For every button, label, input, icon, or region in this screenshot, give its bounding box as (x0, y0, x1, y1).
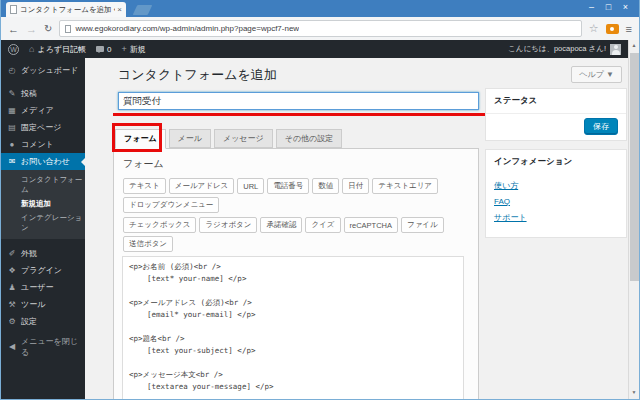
comments-icon: ● (7, 140, 17, 149)
tab-mail[interactable]: メール (169, 129, 211, 148)
browser-tab[interactable]: コンタクトフォームを追加 ‹ よろ × (6, 2, 126, 17)
close-button[interactable]: × (617, 1, 634, 14)
pages-icon: ▤ (7, 123, 17, 132)
collapse-arrow-icon: ◀ (7, 342, 17, 351)
wordpress-logo-icon[interactable]: W (8, 44, 19, 55)
link-support[interactable]: サポート (494, 212, 618, 223)
sidebar-item-posts[interactable]: ✎ 投稿 (1, 85, 85, 102)
tag-button-number[interactable]: 数値 (312, 178, 339, 194)
tag-button-radio[interactable]: ラジオボタン (199, 217, 257, 233)
form-panel-label: フォーム (123, 157, 470, 171)
window-controls: – □ × (583, 1, 634, 14)
tag-button-text[interactable]: テキスト (123, 178, 166, 194)
tag-button-date[interactable]: 日付 (342, 178, 369, 194)
tag-button-file[interactable]: ファイル (401, 217, 444, 233)
home-icon: ⌂ (29, 44, 34, 54)
sidebar-item-label: メニューを閉じる (21, 336, 85, 358)
submenu-item-add-new[interactable]: 新規追加 (1, 197, 85, 211)
tag-button-acceptance[interactable]: 承諾確認 (260, 217, 302, 233)
save-button[interactable]: 保存 (584, 118, 618, 135)
page-scrollbar[interactable]: ▲ ▼ (628, 40, 639, 399)
tab-messages[interactable]: メッセージ (214, 129, 273, 148)
main-content: ヘルプ ▼ コンタクトフォームを追加 フォーム メール メッセージ その他の設定… (85, 58, 628, 399)
help-button[interactable]: ヘルプ ▼ (571, 66, 622, 83)
submenu-item-contact-forms[interactable]: コンタクトフォーム (1, 173, 85, 197)
right-column: ステータス 保存 インフォメーション 使い方 FAQ サポート (485, 88, 627, 246)
adminbar-account[interactable]: こんにちは、pocapoca さん! (508, 44, 621, 55)
adminbar-new[interactable]: + 新規 (121, 44, 145, 55)
sidebar-item-settings[interactable]: ⚙ 設定 (1, 313, 85, 330)
tag-button-tel[interactable]: 電話番号 (267, 178, 309, 194)
tag-generator-row-2: チェックボックス ラジオボタン 承諾確認 クイズ reCAPTCHA ファイル … (123, 217, 470, 252)
sidebar-item-comments[interactable]: ● コメント (1, 136, 85, 153)
page-icon (65, 25, 71, 33)
information-panel-title: インフォメーション (486, 150, 626, 174)
tag-button-textarea[interactable]: テキストエリア (372, 178, 438, 194)
pushpin-icon: ✎ (7, 89, 17, 98)
tag-button-email[interactable]: メールアドレス (169, 178, 235, 194)
form-title-input[interactable] (118, 92, 479, 110)
media-icon: ▦ (7, 106, 17, 115)
sidebar-item-dashboard[interactable]: ◴ ダッシュボード (1, 62, 85, 79)
wp-admin-sidebar: ◴ ダッシュボード ✎ 投稿 ▦ メディア ▤ 固定ページ (1, 58, 85, 399)
sidebar-item-tools[interactable]: ⚒ ツール (1, 296, 85, 313)
sidebar-item-label: プラグイン (21, 265, 62, 276)
sidebar-item-label: 固定ページ (21, 122, 61, 133)
sidebar-item-contact[interactable]: ✉ お問い合わせ (1, 153, 85, 170)
sidebar-item-label: ユーザー (21, 282, 53, 293)
address-bar[interactable]: www.egokorodiary.com/wp-admin/admin.php?… (59, 20, 581, 37)
screenshot-extension-icon[interactable] (606, 24, 619, 34)
sidebar-item-label: コメント (21, 139, 54, 150)
minimize-button[interactable]: – (583, 1, 600, 14)
tab-form[interactable]: フォーム (115, 129, 166, 149)
new-tab-button[interactable] (133, 5, 153, 15)
tab-close-icon[interactable]: × (117, 5, 122, 14)
bookmark-star-icon[interactable]: ☆ (589, 22, 599, 35)
scroll-up-icon[interactable]: ▲ (632, 40, 637, 50)
sidebar-item-label: メディア (21, 105, 54, 116)
tag-button-url[interactable]: URL (237, 178, 264, 194)
link-docs[interactable]: 使い方 (494, 180, 618, 191)
sidebar-item-media[interactable]: ▦ メディア (1, 102, 85, 119)
maximize-button[interactable]: □ (600, 1, 617, 14)
browser-menu-icon[interactable]: ≡ (626, 23, 632, 35)
scrollbar-thumb[interactable] (630, 53, 639, 281)
tab-title: コンタクトフォームを追加 ‹ よろ (20, 5, 115, 15)
sidebar-item-collapse-menu[interactable]: ◀ メニューを閉じる (1, 338, 85, 355)
back-icon[interactable]: ← (8, 23, 19, 35)
sidebar-item-label: ダッシュボード (21, 65, 78, 76)
greeting-text: こんにちは、pocapoca さん! (508, 44, 606, 54)
adminbar-site-link[interactable]: ⌂ よろず日記帳 (29, 44, 86, 55)
scroll-down-icon[interactable]: ▼ (632, 387, 637, 397)
sidebar-item-label: 投稿 (21, 88, 37, 99)
sidebar-item-appearance[interactable]: ✐ 外観 (1, 245, 85, 262)
forward-icon[interactable]: → (26, 23, 37, 35)
sidebar-item-pages[interactable]: ▤ 固定ページ (1, 119, 85, 136)
comment-count: 0 (107, 45, 111, 54)
tab-additional-settings[interactable]: その他の設定 (276, 129, 343, 148)
browser-titlebar: コンタクトフォームを追加 ‹ よろ × – □ × (1, 0, 639, 17)
reload-icon[interactable]: ↻ (44, 23, 52, 34)
sidebar-item-label: 設定 (21, 316, 37, 327)
sidebar-item-users[interactable]: ♟ ユーザー (1, 279, 85, 296)
submenu-item-integration[interactable]: インテグレーション (1, 211, 85, 235)
dashboard-icon: ◴ (7, 66, 17, 75)
page-title: コンタクトフォームを追加 (118, 66, 628, 84)
tag-button-quiz[interactable]: クイズ (305, 217, 340, 233)
form-editor-panel: フォーム テキスト メールアドレス URL 電話番号 数値 日付 テキストエリア… (113, 148, 479, 399)
tag-button-recaptcha[interactable]: reCAPTCHA (344, 217, 399, 233)
form-template-textarea[interactable]: <p>お名前 (必須)<br /> [text* your-name] </p>… (122, 256, 464, 399)
tag-button-checkbox[interactable]: チェックボックス (123, 217, 196, 233)
sidebar-item-plugins[interactable]: ❖ プラグイン (1, 262, 85, 279)
adminbar-comments[interactable]: 0 (96, 45, 111, 54)
url-text[interactable]: www.egokorodiary.com/wp-admin/admin.php?… (75, 24, 299, 33)
annotation-red-underline (113, 113, 491, 116)
tag-button-submit[interactable]: 送信ボタン (123, 236, 173, 252)
sidebar-item-label: 外観 (21, 248, 37, 259)
new-label: 新規 (130, 44, 146, 55)
tag-button-dropdown[interactable]: ドロップダウンメニュー (123, 197, 219, 213)
status-panel-footer: 保存 (486, 113, 626, 140)
status-panel: ステータス 保存 (485, 88, 627, 141)
link-faq[interactable]: FAQ (494, 197, 618, 206)
gear-icon: ⚙ (7, 317, 17, 326)
